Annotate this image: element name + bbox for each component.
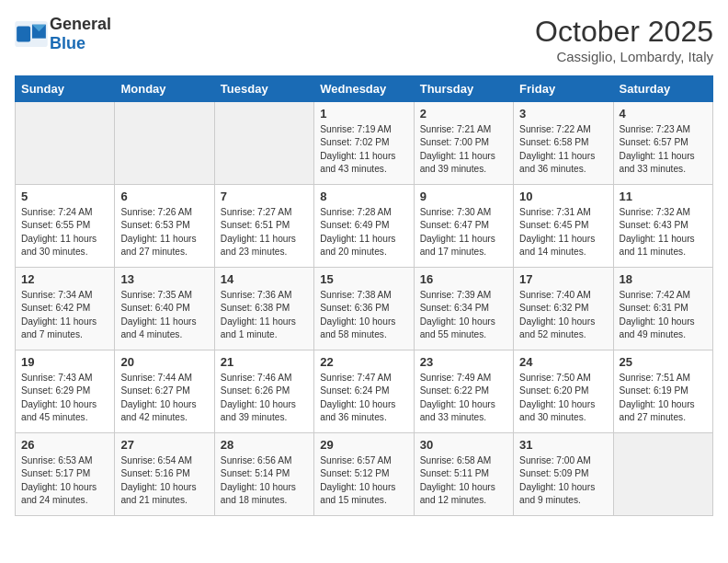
- day-number: 16: [420, 272, 507, 286]
- day-number: 12: [21, 272, 108, 286]
- day-number: 13: [120, 272, 208, 286]
- calendar-cell: 19Sunrise: 7:43 AM Sunset: 6:29 PM Dayli…: [16, 350, 115, 433]
- day-number: 26: [21, 438, 108, 452]
- month-title: October 2025: [535, 15, 713, 49]
- cell-info: Sunrise: 7:28 AM Sunset: 6:49 PM Dayligh…: [320, 206, 407, 259]
- day-number: 15: [320, 272, 407, 286]
- day-number: 31: [519, 438, 607, 452]
- day-number: 3: [519, 107, 607, 121]
- svg-rect-3: [17, 27, 30, 42]
- cell-info: Sunrise: 6:58 AM Sunset: 5:11 PM Dayligh…: [420, 454, 507, 507]
- calendar-cell: 8Sunrise: 7:28 AM Sunset: 6:49 PM Daylig…: [314, 185, 414, 268]
- calendar-cell: 31Sunrise: 7:00 AM Sunset: 5:09 PM Dayli…: [514, 433, 613, 516]
- cell-info: Sunrise: 7:46 AM Sunset: 6:26 PM Dayligh…: [221, 372, 308, 424]
- calendar-cell: 28Sunrise: 6:56 AM Sunset: 5:14 PM Dayli…: [214, 433, 313, 516]
- calendar-cell: 17Sunrise: 7:40 AM Sunset: 6:32 PM Dayli…: [514, 268, 613, 350]
- calendar-cell: 7Sunrise: 7:27 AM Sunset: 6:51 PM Daylig…: [214, 185, 313, 268]
- day-number: 8: [320, 190, 407, 203]
- logo: General Blue: [15, 15, 111, 53]
- calendar-cell: 3Sunrise: 7:22 AM Sunset: 6:58 PM Daylig…: [514, 102, 613, 185]
- calendar-cell: [613, 433, 712, 516]
- cell-info: Sunrise: 7:22 AM Sunset: 6:58 PM Dayligh…: [519, 123, 607, 176]
- cell-info: Sunrise: 7:40 AM Sunset: 6:32 PM Dayligh…: [519, 289, 607, 341]
- cell-info: Sunrise: 7:21 AM Sunset: 7:00 PM Dayligh…: [420, 123, 507, 176]
- day-number: 19: [21, 355, 108, 369]
- calendar-cell: 25Sunrise: 7:51 AM Sunset: 6:19 PM Dayli…: [613, 350, 712, 433]
- calendar-cell: 13Sunrise: 7:35 AM Sunset: 6:40 PM Dayli…: [115, 268, 214, 350]
- calendar-cell: 29Sunrise: 6:57 AM Sunset: 5:12 PM Dayli…: [314, 433, 414, 516]
- calendar-cell: 11Sunrise: 7:32 AM Sunset: 6:43 PM Dayli…: [613, 185, 712, 268]
- calendar-cell: 6Sunrise: 7:26 AM Sunset: 6:53 PM Daylig…: [115, 185, 214, 268]
- day-number: 27: [120, 438, 208, 452]
- day-number: 22: [320, 355, 407, 369]
- cell-info: Sunrise: 7:27 AM Sunset: 6:51 PM Dayligh…: [221, 206, 308, 259]
- calendar-table: SundayMondayTuesdayWednesdayThursdayFrid…: [15, 75, 713, 516]
- logo-blue-text: Blue: [50, 34, 85, 52]
- cell-info: Sunrise: 7:35 AM Sunset: 6:40 PM Dayligh…: [120, 289, 208, 341]
- day-number: 24: [519, 355, 607, 369]
- day-number: 23: [420, 355, 507, 369]
- day-number: 9: [420, 190, 507, 203]
- cell-info: Sunrise: 6:57 AM Sunset: 5:12 PM Dayligh…: [320, 454, 407, 507]
- weekday-header: Friday: [514, 76, 613, 102]
- calendar-cell: [16, 102, 115, 185]
- day-number: 17: [519, 272, 607, 286]
- cell-info: Sunrise: 7:26 AM Sunset: 6:53 PM Dayligh…: [120, 206, 208, 259]
- location-text: Cassiglio, Lombardy, Italy: [535, 49, 713, 64]
- calendar-cell: [214, 102, 313, 185]
- calendar-cell: 9Sunrise: 7:30 AM Sunset: 6:47 PM Daylig…: [414, 185, 513, 268]
- cell-info: Sunrise: 7:24 AM Sunset: 6:55 PM Dayligh…: [21, 206, 108, 259]
- day-number: 7: [221, 190, 308, 203]
- cell-info: Sunrise: 6:53 AM Sunset: 5:17 PM Dayligh…: [21, 454, 108, 507]
- weekday-header: Thursday: [414, 76, 513, 102]
- day-number: 20: [120, 355, 208, 369]
- logo-icon: [15, 21, 48, 47]
- day-number: 5: [21, 190, 108, 203]
- cell-info: Sunrise: 6:56 AM Sunset: 5:14 PM Dayligh…: [221, 454, 308, 507]
- cell-info: Sunrise: 7:00 AM Sunset: 5:09 PM Dayligh…: [519, 454, 607, 507]
- cell-info: Sunrise: 6:54 AM Sunset: 5:16 PM Dayligh…: [120, 454, 208, 507]
- cell-info: Sunrise: 7:44 AM Sunset: 6:27 PM Dayligh…: [120, 372, 208, 424]
- calendar-cell: 18Sunrise: 7:42 AM Sunset: 6:31 PM Dayli…: [613, 268, 712, 350]
- cell-info: Sunrise: 7:50 AM Sunset: 6:20 PM Dayligh…: [519, 372, 607, 424]
- day-number: 4: [620, 107, 707, 121]
- calendar-cell: 4Sunrise: 7:23 AM Sunset: 6:57 PM Daylig…: [613, 102, 712, 185]
- calendar-week-row: 5Sunrise: 7:24 AM Sunset: 6:55 PM Daylig…: [16, 185, 713, 268]
- calendar-cell: [115, 102, 214, 185]
- day-number: 14: [221, 272, 308, 286]
- day-number: 6: [120, 190, 208, 203]
- calendar-cell: 12Sunrise: 7:34 AM Sunset: 6:42 PM Dayli…: [16, 268, 115, 350]
- weekday-header: Tuesday: [214, 76, 313, 102]
- calendar-cell: 10Sunrise: 7:31 AM Sunset: 6:45 PM Dayli…: [514, 185, 613, 268]
- weekday-header: Monday: [115, 76, 214, 102]
- calendar-week-row: 19Sunrise: 7:43 AM Sunset: 6:29 PM Dayli…: [16, 350, 713, 433]
- calendar-cell: 30Sunrise: 6:58 AM Sunset: 5:11 PM Dayli…: [414, 433, 513, 516]
- logo-general-text: General: [50, 15, 111, 33]
- day-number: 21: [221, 355, 308, 369]
- cell-info: Sunrise: 7:23 AM Sunset: 6:57 PM Dayligh…: [620, 123, 707, 176]
- calendar-week-row: 26Sunrise: 6:53 AM Sunset: 5:17 PM Dayli…: [16, 433, 713, 516]
- cell-info: Sunrise: 7:32 AM Sunset: 6:43 PM Dayligh…: [620, 206, 707, 259]
- cell-info: Sunrise: 7:49 AM Sunset: 6:22 PM Dayligh…: [420, 372, 507, 424]
- day-number: 18: [620, 272, 707, 286]
- day-number: 1: [320, 107, 407, 121]
- page-header: General Blue October 2025 Cassiglio, Lom…: [15, 15, 713, 64]
- calendar-cell: 14Sunrise: 7:36 AM Sunset: 6:38 PM Dayli…: [214, 268, 313, 350]
- calendar-cell: 24Sunrise: 7:50 AM Sunset: 6:20 PM Dayli…: [514, 350, 613, 433]
- day-number: 2: [420, 107, 507, 121]
- cell-info: Sunrise: 7:19 AM Sunset: 7:02 PM Dayligh…: [320, 123, 407, 176]
- cell-info: Sunrise: 7:43 AM Sunset: 6:29 PM Dayligh…: [21, 372, 108, 424]
- calendar-cell: 16Sunrise: 7:39 AM Sunset: 6:34 PM Dayli…: [414, 268, 513, 350]
- day-number: 11: [620, 190, 707, 203]
- title-block: October 2025 Cassiglio, Lombardy, Italy: [535, 15, 713, 64]
- calendar-cell: 27Sunrise: 6:54 AM Sunset: 5:16 PM Dayli…: [115, 433, 214, 516]
- cell-info: Sunrise: 7:36 AM Sunset: 6:38 PM Dayligh…: [221, 289, 308, 341]
- calendar-cell: 26Sunrise: 6:53 AM Sunset: 5:17 PM Dayli…: [16, 433, 115, 516]
- calendar-cell: 20Sunrise: 7:44 AM Sunset: 6:27 PM Dayli…: [115, 350, 214, 433]
- cell-info: Sunrise: 7:38 AM Sunset: 6:36 PM Dayligh…: [320, 289, 407, 341]
- cell-info: Sunrise: 7:31 AM Sunset: 6:45 PM Dayligh…: [519, 206, 607, 259]
- cell-info: Sunrise: 7:34 AM Sunset: 6:42 PM Dayligh…: [21, 289, 108, 341]
- calendar-week-row: 12Sunrise: 7:34 AM Sunset: 6:42 PM Dayli…: [16, 268, 713, 350]
- calendar-cell: 23Sunrise: 7:49 AM Sunset: 6:22 PM Dayli…: [414, 350, 513, 433]
- cell-info: Sunrise: 7:47 AM Sunset: 6:24 PM Dayligh…: [320, 372, 407, 424]
